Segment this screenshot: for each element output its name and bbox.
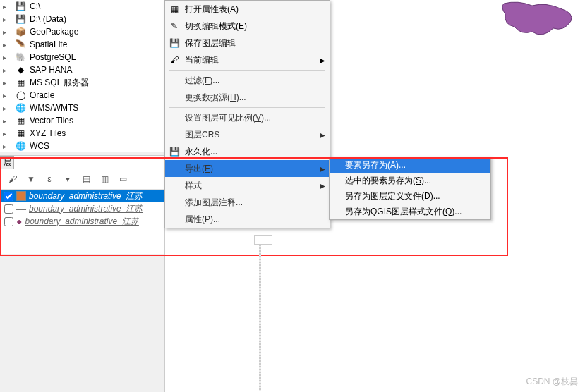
menu-item-label: 添加图层注释... (185, 197, 243, 209)
watermark-text: CSDN @枝昙 (526, 376, 578, 388)
submenu-item[interactable]: 另存为QGIS图层样式文件(Q)... (330, 204, 490, 219)
menu-item-label: 属性(P)... (185, 214, 220, 226)
browser-item[interactable]: ▸ ◯ Oracle (0, 89, 164, 102)
browser-item-label: MS SQL 服务器 (30, 77, 89, 89)
layer-item[interactable]: boundary_administrative_江苏 (0, 190, 164, 202)
layer-visibility-checkbox[interactable] (4, 217, 13, 226)
menu-item-label: 当前编辑 (185, 54, 219, 66)
submenu-item[interactable]: 要素另存为(A)... (330, 157, 490, 173)
menu-item[interactable]: 样式 ▶ (165, 177, 330, 194)
browser-item-label: Oracle (30, 90, 54, 100)
layer-name-label: boundary_administrative_江苏 (29, 190, 143, 202)
browser-item-label: XYZ Tiles (30, 128, 66, 138)
menu-item[interactable]: 💾 永久化... (165, 143, 330, 160)
menu-item-label: 样式 (185, 180, 202, 192)
menu-separator (169, 107, 325, 108)
browser-item[interactable]: ▸ 📦 GeoPackage (0, 25, 164, 38)
submenu-item-label: 另存为图层定义文件(D)... (345, 190, 440, 202)
menu-item-label: 永久化... (185, 146, 217, 158)
mssql-icon: ▦ (15, 77, 26, 88)
browser-item[interactable]: ▸ 💾 C:\ (0, 0, 164, 13)
expand-arrow-icon[interactable]: ▸ (3, 79, 11, 87)
layers-toolbar: 🖌 ▼ ε ▾ ▤ ▥ ▭ (0, 169, 164, 190)
expand-arrow-icon[interactable]: ▸ (3, 130, 11, 137)
browser-item[interactable]: ▸ ▦ MS SQL 服务器 (0, 76, 164, 89)
browser-item[interactable]: ▸ ▦ XYZ Tiles (0, 127, 164, 140)
expand-arrow-icon[interactable]: ▸ (3, 54, 11, 61)
remove-icon[interactable]: ▭ (116, 172, 130, 186)
browser-item[interactable]: ▸ ▦ Vector Tiles (0, 114, 164, 127)
expand-arrow-icon[interactable]: ▸ (3, 142, 11, 150)
submenu-item[interactable]: 另存为图层定义文件(D)... (330, 188, 490, 204)
style-icon[interactable]: 🖌 (6, 172, 20, 186)
expand-arrow-icon[interactable]: ▸ (3, 41, 11, 49)
menu-item-label: 更换数据源(H)... (185, 92, 246, 104)
submenu-item[interactable]: 选中的要素另存为(S)... (330, 173, 490, 188)
menu-item[interactable]: 添加图层注释... (165, 194, 330, 211)
filter-icon[interactable]: ▼ (24, 172, 38, 186)
layer-item[interactable]: — boundary_administrative_江苏 (0, 202, 164, 215)
menu-item[interactable]: 设置图层可见比例(V)... (165, 109, 330, 126)
menu-item[interactable]: ✎ 切换编辑模式(E) (165, 18, 330, 35)
browser-item[interactable]: ▸ 🌐 WMS/WMTS (0, 102, 164, 114)
expand-arrow-icon[interactable]: ▸ (3, 16, 11, 23)
layer-list: boundary_administrative_江苏 — boundary_ad… (0, 190, 164, 228)
menu-item[interactable]: 过滤(F)... (165, 72, 330, 89)
menu-item[interactable]: 属性(P)... (165, 211, 330, 228)
menu-item[interactable]: 导出(E) ▶ (165, 160, 330, 177)
menu-item[interactable]: 图层CRS ▶ (165, 126, 330, 143)
menu-item[interactable]: 更换数据源(H)... (165, 89, 330, 106)
browser-item[interactable]: ▸ 🪶 SpatiaLite (0, 38, 164, 51)
layer-visibility-checkbox[interactable] (4, 204, 13, 214)
expression-icon[interactable]: ε (42, 172, 56, 186)
browser-item-label: C:\ (30, 1, 40, 11)
menu-item[interactable]: 💾 保存图层编辑 (165, 35, 330, 51)
menu-item-label: 图层CRS (185, 129, 219, 141)
layer-visibility-checkbox[interactable] (4, 192, 13, 201)
menu-item-label: 设置图层可见比例(V)... (185, 112, 271, 124)
collapse-icon[interactable]: ▥ (97, 172, 111, 186)
dropdown-icon[interactable]: ▾ (61, 172, 75, 186)
layer-symbol-icon: ● (16, 216, 22, 226)
layers-panel: 层 🖌 ▼ ε ▾ ▤ ▥ ▭ boundary_administrative_… (0, 155, 164, 254)
browser-item[interactable]: ▸ ◆ SAP HANA (0, 63, 164, 76)
submenu-item-label: 选中的要素另存为(S)... (345, 175, 431, 187)
expand-arrow-icon[interactable]: ▸ (3, 28, 11, 36)
layers-panel-tab[interactable]: 层 (0, 156, 14, 169)
menu-item-label: 过滤(F)... (185, 75, 219, 87)
layer-item[interactable]: ● boundary_administrative_江苏 (0, 215, 164, 228)
menu-item-label: 导出(E) (185, 163, 213, 175)
submenu-arrow-icon: ▶ (320, 165, 325, 173)
globe-icon: 🌐 (15, 102, 26, 114)
disk-icon: 💾 (15, 13, 26, 25)
globe-icon: 🌐 (15, 140, 26, 152)
expand-arrow-icon[interactable]: ▸ (3, 104, 11, 112)
expand-arrow-icon[interactable]: ▸ (3, 66, 11, 74)
elephant-icon: 🐘 (15, 51, 26, 63)
submenu-item-label: 另存为QGIS图层样式文件(Q)... (345, 206, 462, 218)
oracle-icon: ◯ (15, 90, 26, 101)
expand-arrow-icon[interactable]: ▸ (3, 117, 11, 125)
browser-item-label: GeoPackage (30, 27, 78, 37)
menu-item[interactable]: 🖌 当前编辑 ▶ (165, 51, 330, 68)
pencil-icon: ✎ (168, 20, 181, 32)
grab-handle-icon: ⋮⋮ (254, 235, 272, 245)
expand-arrow-icon[interactable]: ▸ (3, 92, 11, 99)
browser-item[interactable]: ▸ 🐘 PostgreSQL (0, 51, 164, 63)
browser-item-label: WMS/WMTS (30, 103, 78, 113)
menu-separator (169, 70, 325, 71)
browser-item-label: WCS (30, 141, 49, 151)
layer-symbol-icon: — (16, 204, 26, 214)
browser-item[interactable]: ▸ 🌐 WCS (0, 140, 164, 152)
menu-item[interactable]: ▦ 打开属性表(A) (165, 1, 330, 18)
grid-icon: ▦ (15, 115, 26, 126)
browser-item-label: D:\ (Data) (30, 14, 66, 24)
expand-arrow-icon[interactable]: ▸ (3, 3, 11, 11)
menu-item-label: 切换编辑模式(E) (185, 20, 247, 32)
export-submenu: 要素另存为(A)...选中的要素另存为(S)...另存为图层定义文件(D)...… (329, 157, 491, 220)
panel-splitter[interactable] (259, 236, 261, 391)
grid-icon: ▦ (15, 128, 26, 139)
browser-item[interactable]: ▸ 💾 D:\ (Data) (0, 13, 164, 25)
expand-icon[interactable]: ▤ (79, 172, 93, 186)
menu-item-label: 打开属性表(A) (185, 4, 239, 16)
